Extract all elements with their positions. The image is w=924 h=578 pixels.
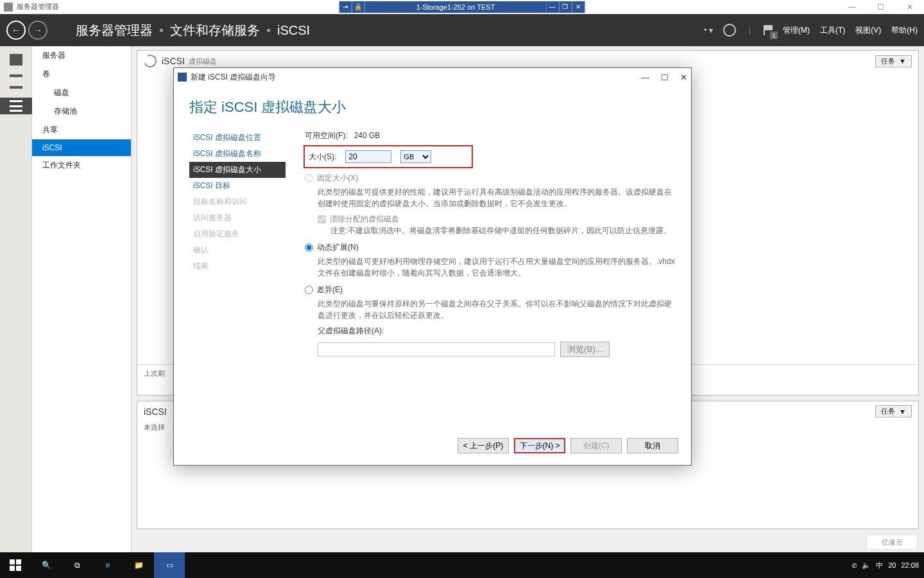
dyn-desc: 此类型的磁盘可更好地利用物理存储空间，建议用于运行不占用大量磁盘空间的应用程序的… bbox=[318, 256, 676, 279]
bc-current: iSCSI bbox=[277, 23, 310, 38]
tile2-title: iSCSI bbox=[144, 407, 167, 417]
step-target[interactable]: iSCSI 目标 bbox=[189, 178, 286, 194]
tile-subtitle: 虚拟磁盘 bbox=[189, 57, 217, 66]
radio-fixed-input bbox=[305, 174, 313, 182]
nav-forward-button[interactable]: → bbox=[28, 21, 47, 40]
tray-time[interactable]: 22:08 bbox=[901, 561, 919, 569]
watermark-logo: 亿速云 bbox=[866, 534, 918, 550]
bc-root[interactable]: 服务器管理器 bbox=[76, 22, 153, 39]
prev-button[interactable]: < 上一步(P) bbox=[458, 438, 509, 453]
nav-disks[interactable]: 磁盘 bbox=[32, 83, 131, 102]
vm-lock-icon[interactable]: 🔒 bbox=[352, 1, 365, 13]
rail-storage-selected[interactable] bbox=[0, 98, 32, 114]
wizard-close-button[interactable]: ✕ bbox=[680, 73, 687, 82]
menu-tools[interactable]: 工具(T) bbox=[820, 25, 845, 36]
system-tray: ⎚ 🔈 中 20 22:08 bbox=[852, 561, 924, 570]
bc-sep: • bbox=[159, 23, 164, 38]
vm-close-icon[interactable]: ✕ bbox=[572, 1, 585, 13]
tray-network-icon[interactable]: ⎚ bbox=[852, 561, 857, 569]
refresh-tile-icon[interactable] bbox=[142, 53, 158, 69]
cancel-button[interactable]: 取消 bbox=[627, 438, 678, 453]
wizard-max-button[interactable]: ☐ bbox=[661, 73, 669, 82]
dropdown-caret-icon[interactable]: • ▾ bbox=[704, 26, 713, 35]
wizard-titlebar: 新建 iSCSI 虚拟磁盘向导 — ☐ ✕ bbox=[174, 68, 691, 86]
menu-help[interactable]: 帮助(H) bbox=[891, 25, 918, 36]
ie-icon[interactable]: e bbox=[92, 552, 123, 578]
tray-sound-icon[interactable]: 🔈 bbox=[862, 561, 871, 570]
icon-rail bbox=[0, 46, 32, 552]
wizard-dialog: 新建 iSCSI 虚拟磁盘向导 — ☐ ✕ 指定 iSCSI 虚拟磁盘大小 iS… bbox=[173, 67, 692, 466]
outer-titlebar: 服务器管理器 ⇥ 🔒 1-Storage1-252 on TEST — ❐ ✕ … bbox=[0, 0, 924, 14]
tile-title: iSCSI bbox=[162, 56, 185, 66]
menu-view[interactable]: 视图(V) bbox=[855, 25, 881, 36]
notifications-flag-icon[interactable]: 1 bbox=[764, 25, 773, 35]
taskview-icon[interactable]: ⧉ bbox=[62, 552, 92, 578]
radio-fixed[interactable]: 固定大小(X) bbox=[305, 172, 676, 184]
taskbar: 🔍 ⧉ e 📁 ▭ ⎚ 🔈 中 20 22:08 bbox=[0, 552, 924, 578]
notif-count: 1 bbox=[770, 31, 778, 39]
step-result: 结果 bbox=[189, 258, 286, 274]
explorer-icon[interactable]: 📁 bbox=[123, 552, 154, 578]
outer-close-button[interactable]: ✕ bbox=[895, 0, 924, 14]
wizard-form: 可用空间(F): 240 GB 大小(S): GB 固定大小(X) 此类型的磁盘… bbox=[286, 123, 676, 433]
search-icon[interactable]: 🔍 bbox=[31, 552, 62, 578]
svg-rect-2 bbox=[10, 566, 15, 571]
fixed-desc: 此类型的磁盘可提供更好的性能，建议用于运行具有高级别磁盘活动的应用程序的服务器。… bbox=[318, 186, 676, 209]
step-size[interactable]: iSCSI 虚拟磁盘大小 bbox=[189, 162, 286, 178]
wizard-steps: iSCSI 虚拟磁盘位置 iSCSI 虚拟磁盘名称 iSCSI 虚拟磁盘大小 i… bbox=[189, 123, 286, 433]
vm-restore-icon[interactable]: ❐ bbox=[559, 1, 572, 13]
sm-header: ← → 服务器管理器 • 文件和存储服务 • iSCSI • ▾ | 1 管理(… bbox=[0, 14, 924, 46]
nav-back-button[interactable]: ← bbox=[6, 21, 26, 40]
tasks-button[interactable]: 任务▼ bbox=[875, 55, 912, 67]
menu-manage[interactable]: 管理(M) bbox=[783, 25, 810, 36]
avail-value: 240 GB bbox=[354, 131, 381, 140]
step-confirm: 确认 bbox=[189, 242, 286, 258]
next-button[interactable]: 下一步(N) > bbox=[514, 438, 565, 453]
wizard-footer: < 上一步(P) 下一步(N) > 创建(C) 取消 bbox=[174, 433, 691, 465]
parent-path-label: 父虚拟磁盘路径(A): bbox=[318, 326, 384, 335]
outer-max-button[interactable]: ☐ bbox=[866, 0, 895, 14]
app-name: 服务器管理器 bbox=[17, 2, 59, 12]
nav-volumes[interactable]: 卷 bbox=[32, 65, 131, 83]
nav-servers[interactable]: 服务器 bbox=[32, 46, 131, 65]
nav-shares[interactable]: 共享 bbox=[32, 121, 131, 139]
avail-label: 可用空间(F): bbox=[305, 131, 348, 140]
wizard-min-button[interactable]: — bbox=[641, 73, 649, 82]
nav-iscsi[interactable]: iSCSI bbox=[32, 139, 131, 156]
outer-min-button[interactable]: — bbox=[837, 0, 866, 14]
breadcrumb: 服务器管理器 • 文件和存储服务 • iSCSI bbox=[76, 22, 310, 39]
start-button[interactable] bbox=[0, 552, 31, 578]
rail-servers-icon[interactable] bbox=[10, 74, 22, 77]
size-input[interactable] bbox=[345, 150, 391, 163]
clear-checkbox-row[interactable]: 清除分配的虚拟磁盘 bbox=[318, 213, 676, 225]
bc-level2[interactable]: 文件和存储服务 bbox=[170, 22, 260, 39]
step-location[interactable]: iSCSI 虚拟磁盘位置 bbox=[189, 130, 286, 146]
tray-vol: 20 bbox=[888, 561, 896, 569]
parent-path-input bbox=[318, 342, 555, 356]
step-access: 访问服务器 bbox=[189, 210, 286, 226]
radio-diff-input[interactable] bbox=[305, 286, 313, 294]
rail-dashboard-icon[interactable] bbox=[10, 54, 22, 66]
vm-controls: ⇥ 🔒 bbox=[339, 1, 365, 13]
nav-workfolders[interactable]: 工作文件夹 bbox=[32, 156, 131, 175]
diff-desc: 此类型的磁盘与要保持原样的另一个磁盘之间存在父子关系。你可以在不影响父磁盘的情况… bbox=[318, 298, 676, 321]
vm-name: 1-Storage1-252 on TEST bbox=[365, 1, 547, 13]
tasks-button-2[interactable]: 任务▼ bbox=[875, 405, 912, 417]
clear-checkbox bbox=[318, 215, 326, 223]
vm-pin-icon[interactable]: ⇥ bbox=[339, 1, 352, 13]
tray-ime[interactable]: 中 bbox=[876, 561, 883, 570]
radio-dynamic[interactable]: 动态扩展(N) bbox=[305, 241, 676, 253]
unit-select[interactable]: GB bbox=[400, 150, 431, 163]
refresh-icon[interactable] bbox=[723, 24, 736, 37]
tile2-sub: 未选择 bbox=[144, 423, 165, 431]
step-name[interactable]: iSCSI 虚拟磁盘名称 bbox=[189, 146, 286, 162]
svg-rect-0 bbox=[10, 559, 15, 565]
radio-dynamic-input[interactable] bbox=[305, 243, 313, 252]
size-label: 大小(S): bbox=[309, 151, 336, 162]
svg-rect-3 bbox=[16, 566, 21, 571]
server-manager-icon[interactable]: ▭ bbox=[154, 552, 185, 578]
nav-pools[interactable]: 存储池 bbox=[32, 102, 131, 121]
radio-diff[interactable]: 差异(E) bbox=[305, 284, 676, 295]
rail-volumes-icon[interactable] bbox=[10, 86, 22, 89]
vm-min-icon[interactable]: — bbox=[546, 1, 559, 13]
